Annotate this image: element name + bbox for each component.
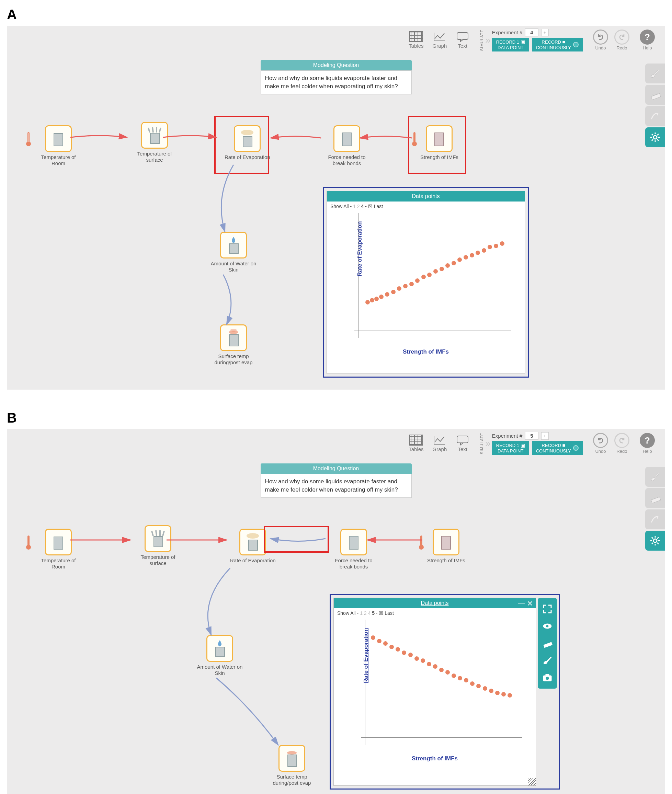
svg-line-14 xyxy=(652,139,653,141)
experiment-add-button[interactable]: + xyxy=(541,29,549,37)
ruler-tool-button[interactable] xyxy=(645,488,665,508)
data-point xyxy=(458,676,462,681)
tables-icon xyxy=(409,435,423,446)
section-label-b: B xyxy=(7,410,665,426)
arrow xyxy=(213,676,282,748)
app-panel-b: Tables Graph Text SIMULATE » xyxy=(7,429,665,794)
arrow xyxy=(69,535,134,545)
node-temperature-surface[interactable]: Temperature of surface xyxy=(131,122,179,163)
svg-point-58 xyxy=(419,545,424,550)
data-point xyxy=(475,251,480,255)
chart-y-label[interactable]: Rate of Evaporation xyxy=(363,628,370,683)
ruler-tool-button[interactable] xyxy=(645,85,665,105)
node-surface-temp[interactable]: Surface temp during/post evap xyxy=(210,324,258,366)
data-point xyxy=(379,294,384,299)
data-point xyxy=(445,263,450,268)
graph-label: Graph xyxy=(433,446,447,452)
chart-y-label[interactable]: Rate of Evaporation xyxy=(357,221,363,276)
brush-tool-button[interactable] xyxy=(645,467,665,487)
node-surface-temp[interactable]: Surface temp during/post evap xyxy=(268,745,316,786)
data-point xyxy=(414,657,419,661)
undo-label: Undo xyxy=(595,449,606,454)
node-strength-imfs[interactable]: Strength of IMFs xyxy=(420,125,458,160)
arrow xyxy=(208,163,238,235)
redo-button xyxy=(614,433,629,448)
data-point xyxy=(371,636,375,640)
camera-icon: ▣ xyxy=(520,39,525,45)
chart-filter[interactable]: Show All - 1 2 4 - ☒ Last xyxy=(327,201,525,211)
node-temperature-room[interactable]: Temperature of Room xyxy=(34,529,82,570)
experiment-number-field[interactable]: 5 xyxy=(525,432,538,440)
node-temperature-room[interactable]: Temperature of Room xyxy=(34,125,82,166)
chart-x-label[interactable]: Strength of IMFs xyxy=(334,752,536,765)
chart-filter[interactable]: Show All - 1 2 4 5 - ☒ Last xyxy=(334,608,536,618)
arrow xyxy=(357,133,416,143)
close-icon[interactable]: ✕ xyxy=(527,599,533,608)
simulate-chevrons-icon: » xyxy=(485,440,491,447)
record-continuously-button[interactable]: RECORD ■CONTINUOUSLY xyxy=(532,38,583,51)
arrow xyxy=(210,273,240,328)
data-point xyxy=(370,298,374,302)
experiment-add-button[interactable]: + xyxy=(541,432,549,440)
node-force-bonds[interactable]: Force needed to break bonds xyxy=(330,529,378,570)
node-strength-imfs[interactable]: Strength of IMFs xyxy=(427,529,465,564)
node-force-bonds[interactable]: Force needed to break bonds xyxy=(323,125,371,166)
ruler-icon[interactable] xyxy=(541,637,554,649)
data-point xyxy=(464,678,468,682)
chart-box: Data points — ✕ Show All - 1 2 4 5 - ☒ L… xyxy=(333,597,536,786)
svg-line-45 xyxy=(652,543,653,544)
graph-button[interactable]: Graph xyxy=(433,435,447,452)
camera-icon[interactable] xyxy=(541,671,554,684)
undo-button[interactable] xyxy=(593,30,608,45)
arrow-tool-button[interactable] xyxy=(645,106,665,126)
text-label: Text xyxy=(458,446,468,452)
brush-icon[interactable] xyxy=(541,654,554,667)
graph-button[interactable]: Graph xyxy=(433,31,447,49)
svg-rect-35 xyxy=(651,497,661,503)
text-button[interactable]: Text xyxy=(456,435,469,452)
text-button[interactable]: Text xyxy=(456,31,469,49)
data-point xyxy=(395,647,400,652)
record-data-point-button[interactable]: RECORD 1 ▣DATA POINT xyxy=(492,441,529,455)
svg-rect-17 xyxy=(28,133,29,142)
resize-handle[interactable] xyxy=(528,778,536,785)
svg-point-33 xyxy=(230,329,237,332)
chart-x-label[interactable]: Strength of IMFs xyxy=(327,345,525,359)
node-rate-evaporation[interactable]: Rate of Evaporation xyxy=(225,125,270,160)
svg-line-11 xyxy=(652,134,653,135)
data-point xyxy=(365,300,370,305)
record-continuously-button[interactable]: RECORD ■CONTINUOUSLY xyxy=(532,441,583,455)
undo-button[interactable] xyxy=(593,433,608,448)
tables-button[interactable]: Tables xyxy=(409,435,423,452)
data-point xyxy=(389,645,394,649)
svg-rect-0 xyxy=(457,33,468,40)
settings-tool-button[interactable] xyxy=(645,127,665,147)
graph-icon xyxy=(433,31,446,42)
eye-icon[interactable] xyxy=(541,620,554,632)
brush-tool-button[interactable] xyxy=(645,64,665,83)
help-button[interactable]: ? xyxy=(640,433,655,448)
settings-tool-button[interactable] xyxy=(645,531,665,551)
svg-line-2 xyxy=(653,94,653,96)
minimize-icon[interactable]: — xyxy=(518,599,525,608)
help-button[interactable]: ? xyxy=(640,30,655,45)
thermometer-icon xyxy=(25,131,32,147)
svg-rect-19 xyxy=(150,133,159,144)
experiment-number-field[interactable]: 4 xyxy=(525,29,538,37)
node-amount-water[interactable]: Amount of Water on Skin xyxy=(196,635,244,676)
data-point xyxy=(451,261,456,265)
svg-rect-56 xyxy=(349,536,358,549)
tables-button[interactable]: Tables xyxy=(409,31,423,49)
svg-line-23 xyxy=(159,128,161,133)
undo-label: Undo xyxy=(595,45,606,51)
node-temperature-surface[interactable]: Temperature of surface xyxy=(134,525,182,566)
arrow xyxy=(165,535,230,545)
section-label-a: A xyxy=(7,7,665,22)
node-amount-water[interactable]: Amount of Water on Skin xyxy=(210,232,258,273)
data-point xyxy=(391,290,395,294)
chart-box: Data points Show All - 1 2 4 - ☒ Last Ra… xyxy=(326,191,525,374)
arrow-tool-button[interactable] xyxy=(645,510,665,529)
expand-icon[interactable] xyxy=(541,603,554,615)
record-data-point-button[interactable]: RECORD 1 ▣DATA POINT xyxy=(492,38,529,51)
chart-area: Rate of Evaporation xyxy=(344,211,518,342)
